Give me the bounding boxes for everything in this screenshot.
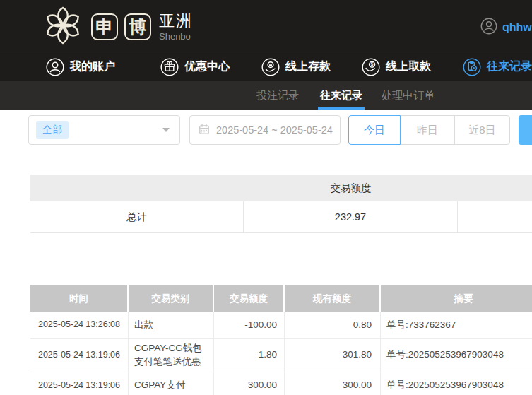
transactions-body: 2025-05-24 13:26:08出款-100.000.80单号:73376… [30,312,532,395]
table-cell: 0.80 [285,312,381,338]
transactions-table: 时间 交易类别 交易额度 现有额度 摘要 2025-05-24 13:26:08… [30,285,532,395]
nav-item-online-withdraw[interactable]: $ 线上取款 [362,52,431,81]
summary-header-row: 交易额度 [30,175,532,201]
table-cell: 2025-05-24 13:19:06 [30,372,129,395]
type-filter-select[interactable]: 全部 [28,115,180,145]
quick-filter-today[interactable]: 今日 [348,115,401,145]
table-cell: 单号:202505253967903048 [381,372,532,395]
chevron-down-icon [162,128,170,132]
nav-label: 线上取款 [386,59,431,74]
username: qhhw [502,21,532,34]
tab-transaction-records[interactable]: 往来记录 [320,81,362,110]
quick-filter-yesterday[interactable]: 昨日 [400,115,455,145]
table-cell: 1.80 [214,339,285,372]
person-icon [46,58,64,76]
nav-item-promo-center[interactable]: 优惠中心 [160,52,230,81]
user-account[interactable]: qhhw [480,18,532,37]
column-header-time: 时间 [30,285,129,312]
summary-total-row: 总计 232.97 [30,201,532,233]
nav-label: 往来记录 [487,59,532,74]
page: 申 博 亚洲 Shenbo qhhw [0,0,532,395]
nav-label: 优惠中心 [184,59,230,74]
nav-label: 我的账户 [70,59,115,74]
quick-date-filter-group: 今日 昨日 近8日 [348,115,510,145]
withdraw-hand-coin-icon: $ [362,58,380,76]
nav-label: 线上存款 [285,59,331,74]
table-cell: -100.00 [214,312,285,338]
table-cell: 300.00 [285,372,381,395]
nav-item-online-deposit[interactable]: 线上存款 [261,52,331,81]
column-header-type: 交易类别 [129,285,214,312]
table-cell: CGPAY支付 [129,372,214,395]
date-range-input[interactable]: 2025-05-24 ~ 2025-05-24 [189,115,341,145]
table-row: 2025-05-24 13:19:06CGPAY支付300.00300.00单号… [30,372,532,395]
svg-text:$: $ [371,61,374,67]
table-cell: 300.00 [214,372,285,395]
tab-pending-orders[interactable]: 处理中订单 [382,81,435,110]
quick-filter-last8days[interactable]: 近8日 [454,115,510,145]
summary-table: 交易额度 总计 232.97 [30,175,532,233]
brand-subtitle: Shenbo [159,32,193,41]
logo-flower-icon [41,4,85,50]
table-cell: 2025-05-24 13:19:06 [30,339,129,372]
tab-bar: 投注记录 往来记录 处理中订单 [0,81,532,110]
table-cell: CGPAY-CG钱包支付笔笔送优惠 [129,339,214,372]
table-cell: 单号:202505253967903048 [381,339,532,372]
search-button[interactable] [519,115,532,145]
summary-empty-cell [458,201,532,232]
user-avatar-icon [480,18,497,37]
clipboard-clock-icon [463,58,481,76]
main-nav: 我的账户 优惠中心 [0,52,532,81]
nav-item-my-account[interactable]: 我的账户 [46,52,115,81]
column-header-balance: 现有额度 [285,285,381,312]
brand-char-box-2: 博 [124,13,151,40]
table-cell: 单号:733762367 [381,312,532,338]
brand-char-box-1: 申 [91,13,118,40]
table-cell: 出款 [129,312,214,338]
column-header-amount: 交易额度 [214,285,285,312]
table-header-row: 时间 交易类别 交易额度 现有额度 摘要 [30,285,532,312]
calendar-icon [199,124,210,137]
brand-logo[interactable]: 申 博 亚洲 Shenbo [41,4,193,50]
content-area: 全部 2025-05-24 ~ 2025-05-24 今日 昨日 近8日 [0,110,532,395]
gift-icon [160,58,179,76]
nav-item-transaction-records[interactable]: 往来记录 [463,52,532,81]
table-cell: 2025-05-24 13:26:08 [30,312,129,338]
deposit-hand-coin-icon [261,58,280,76]
summary-total-value: 232.97 [244,201,458,232]
table-row: 2025-05-24 13:26:08出款-100.000.80单号:73376… [30,312,532,339]
summary-total-label: 总计 [30,201,244,232]
table-cell: 301.80 [285,339,381,372]
table-row: 2025-05-24 13:19:06CGPAY-CG钱包支付笔笔送优惠1.80… [30,339,532,372]
date-range-value: 2025-05-24 ~ 2025-05-24 [216,124,333,136]
tab-bet-records[interactable]: 投注记录 [256,81,299,110]
topbar: 申 博 亚洲 Shenbo qhhw [0,0,532,52]
column-header-summary: 摘要 [381,285,532,312]
summary-header-label: 交易额度 [244,182,458,195]
brand-region: 亚洲 [159,13,193,29]
selected-type-chip: 全部 [36,121,69,139]
